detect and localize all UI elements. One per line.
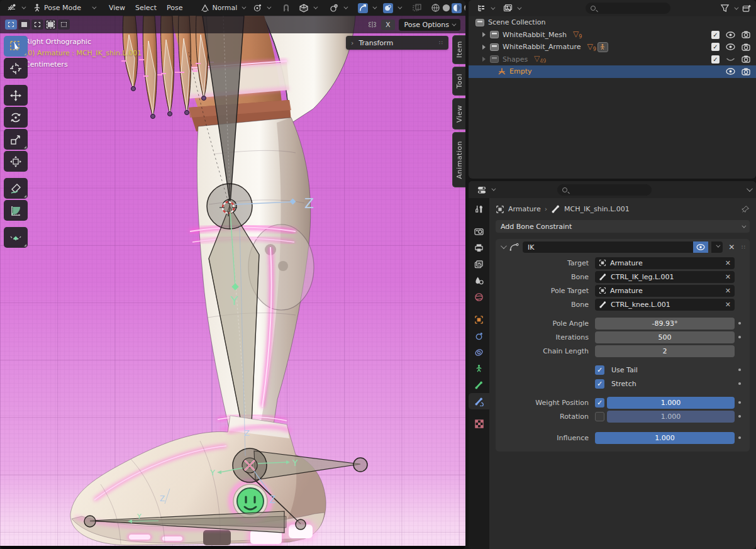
outliner-display-mode-button[interactable] <box>499 2 523 14</box>
iterations-input[interactable]: 500 <box>595 331 735 343</box>
clear-icon[interactable]: ✕ <box>725 301 731 309</box>
target-object-field[interactable]: Armature✕ <box>595 257 735 269</box>
pivot-point-dropdown[interactable] <box>249 2 273 14</box>
tool-pose-breakdowner[interactable] <box>4 227 28 248</box>
tab-bone-constraint[interactable] <box>469 393 489 409</box>
x-mirror-icon[interactable] <box>367 20 377 29</box>
mirror-x-button[interactable]: X <box>381 19 395 30</box>
tab-render[interactable] <box>469 223 489 240</box>
breadcrumb-object[interactable]: Armature <box>508 205 541 213</box>
tab-tool[interactable] <box>469 201 489 217</box>
tab-scene[interactable] <box>469 272 489 289</box>
weight-position-checkbox[interactable]: ✓ <box>595 398 604 408</box>
clear-icon[interactable]: ✕ <box>725 259 731 267</box>
panel-collapse-icon[interactable] <box>501 243 507 249</box>
stretch-checkbox[interactable]: ✓ <box>595 379 604 389</box>
select-mode-new[interactable] <box>5 19 17 30</box>
constraint-name-input[interactable]: IK <box>523 241 693 253</box>
exclude-checkbox[interactable]: ✓ <box>711 43 720 51</box>
tab-view-layer[interactable] <box>469 256 489 272</box>
chevron-down-icon[interactable] <box>747 186 753 192</box>
hide-eye-closed-icon[interactable] <box>725 55 735 64</box>
knee-joint-widget[interactable] <box>207 184 252 229</box>
clear-icon[interactable]: ✕ <box>725 287 731 295</box>
outliner-row-scene-collection[interactable]: Scene Collection <box>469 16 756 29</box>
npanel-tab-view[interactable]: View <box>452 98 465 130</box>
tool-cursor[interactable] <box>4 58 28 79</box>
npanel-transform-header[interactable]: › Transform ∷ <box>346 36 448 50</box>
animate-decorator[interactable] <box>735 436 745 439</box>
hide-eye-icon[interactable] <box>725 31 735 39</box>
select-mode-invert[interactable] <box>45 19 57 30</box>
proportional-editing-dropdown[interactable] <box>326 2 350 14</box>
pole-bone-field[interactable]: CTRL_knee.L.001✕ <box>595 299 735 311</box>
breadcrumb-bone[interactable]: MCH_IK_shin.L.001 <box>564 205 630 213</box>
tab-armature-data[interactable] <box>469 360 489 377</box>
animate-decorator[interactable] <box>735 336 745 338</box>
select-mode-intersect[interactable] <box>58 19 70 30</box>
pose-options-dropdown[interactable]: Pose Options <box>399 19 460 31</box>
expand-arrow-icon[interactable] <box>482 57 486 62</box>
menu-view[interactable]: View <box>104 3 130 13</box>
outliner-row-shapes[interactable]: Shapes ▽49 ✓ <box>469 53 756 66</box>
tab-texture[interactable] <box>469 416 489 432</box>
pole-angle-input[interactable]: -89.93° <box>595 318 735 330</box>
shading-material-button[interactable] <box>452 3 462 13</box>
tool-scale[interactable] <box>4 129 28 150</box>
use-tail-checkbox[interactable]: ✓ <box>595 365 604 375</box>
hide-eye-icon[interactable] <box>725 67 735 75</box>
render-camera-icon[interactable] <box>741 55 751 64</box>
editor-type-button[interactable] <box>4 2 28 14</box>
tab-physics[interactable] <box>469 328 489 344</box>
animate-decorator[interactable] <box>735 369 745 371</box>
properties-editor-type-button[interactable] <box>474 184 498 196</box>
delete-constraint-button[interactable]: ✕ <box>728 243 735 251</box>
hide-eye-icon[interactable] <box>725 43 735 51</box>
outliner-search-input[interactable] <box>586 3 670 14</box>
tab-world[interactable] <box>469 289 489 305</box>
outliner-row-whiterabbit-mesh[interactable]: WhiteRabbit_Mesh ▽9 ✓ <box>469 29 756 42</box>
animate-decorator[interactable] <box>735 401 745 404</box>
npanel-tab-tool[interactable]: Tool <box>452 67 465 96</box>
new-collection-icon[interactable] <box>742 4 752 13</box>
exclude-checkbox[interactable]: ✓ <box>711 55 720 64</box>
tool-move[interactable] <box>4 85 28 106</box>
animate-decorator[interactable] <box>735 382 745 385</box>
transform-orientation-dropdown[interactable]: Normal <box>197 2 248 14</box>
outliner-row-empty[interactable]: Empty <box>469 65 756 78</box>
rotation-checkbox[interactable] <box>595 412 604 421</box>
tool-transform[interactable] <box>4 151 28 172</box>
exclude-checkbox[interactable]: ✓ <box>711 31 720 39</box>
show-gizmo-toggle[interactable] <box>355 2 379 14</box>
snap-toggle[interactable] <box>278 2 294 14</box>
outliner-editor-type-button[interactable] <box>473 2 497 14</box>
influence-slider[interactable]: 1.000 <box>595 432 735 444</box>
constraint-enable-eye-button[interactable] <box>693 241 708 253</box>
constraint-extras-dropdown[interactable] <box>711 241 723 253</box>
mode-dropdown[interactable]: Pose Mode <box>29 2 98 14</box>
pin-icon[interactable] <box>742 205 750 213</box>
bone-field[interactable]: CTRL_IK_leg.L.001✕ <box>595 271 735 283</box>
outliner-row-whiterabbit-armature[interactable]: WhiteRabbit_Armature ▽9 ✓ <box>469 41 756 53</box>
tab-output[interactable] <box>469 240 489 256</box>
shading-rendered-button[interactable] <box>462 3 465 13</box>
filter-icon[interactable] <box>720 4 730 13</box>
add-bone-constraint-dropdown[interactable]: Add Bone Constraint <box>496 220 750 233</box>
viewport-canvas[interactable]: Z Y <box>0 16 465 549</box>
viewport-scene[interactable]: Z Y <box>0 16 465 549</box>
render-camera-icon[interactable] <box>741 31 751 39</box>
rotation-slider[interactable]: 1.000 <box>607 411 735 423</box>
expand-arrow-icon[interactable] <box>482 32 486 37</box>
tool-annotate[interactable] <box>4 178 28 199</box>
tab-object-constraints[interactable] <box>469 344 489 360</box>
pole-target-object-field[interactable]: Armature✕ <box>595 285 735 297</box>
tab-object[interactable] <box>469 311 489 328</box>
animate-decorator[interactable] <box>735 415 745 418</box>
xray-toggle[interactable] <box>409 2 425 14</box>
chain-length-input[interactable]: 2 <box>595 345 735 357</box>
select-mode-extend[interactable] <box>18 19 30 30</box>
shading-solid-button[interactable] <box>441 3 451 13</box>
expand-arrow-icon[interactable] <box>482 45 486 50</box>
snap-target-dropdown[interactable] <box>296 2 320 14</box>
shading-wireframe-button[interactable] <box>430 3 440 13</box>
